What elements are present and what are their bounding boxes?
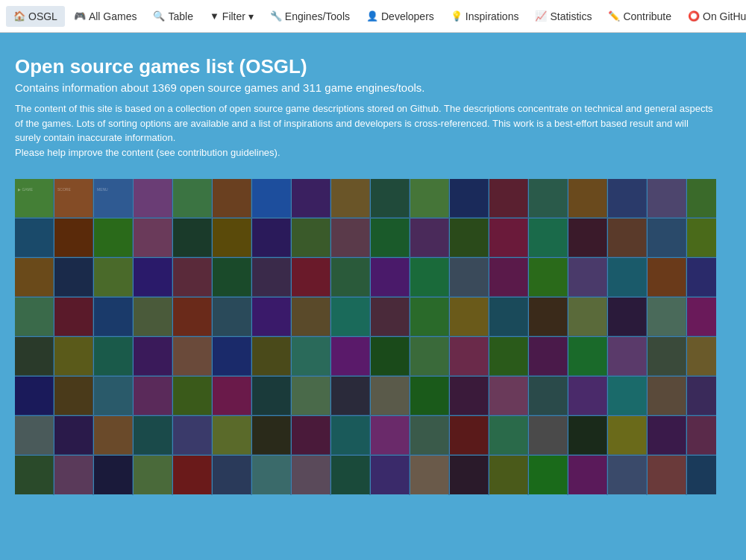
svg-rect-68 xyxy=(529,298,568,336)
svg-rect-25 xyxy=(252,218,291,257)
svg-rect-140 xyxy=(529,456,568,494)
svg-rect-119 xyxy=(410,416,449,455)
nav-developers[interactable]: 👤 Developers xyxy=(359,6,442,27)
navbar: 🏠 OSGL 🎮 All Games 🔍 Table ▼ Filter ▾ 🔧 … xyxy=(0,0,746,33)
svg-rect-84 xyxy=(450,337,489,376)
nav-statistics[interactable]: 📈 Statistics xyxy=(527,6,599,27)
svg-rect-20 xyxy=(54,218,93,257)
svg-rect-52 xyxy=(608,258,647,297)
svg-rect-153 xyxy=(568,179,607,218)
svg-rect-80 xyxy=(292,337,330,376)
nav-developers-label: Developers xyxy=(381,10,434,22)
svg-rect-47 xyxy=(410,258,449,297)
svg-rect-24 xyxy=(213,218,251,257)
svg-rect-114 xyxy=(213,416,251,455)
svg-rect-27 xyxy=(331,218,370,257)
svg-rect-103 xyxy=(489,377,528,415)
svg-rect-36 xyxy=(687,218,716,257)
svg-rect-61 xyxy=(252,298,291,336)
nav-all-games[interactable]: 🎮 All Games xyxy=(66,6,145,27)
svg-rect-145 xyxy=(15,179,54,218)
nav-table[interactable]: 🔍 Table xyxy=(145,6,200,27)
svg-rect-113 xyxy=(173,416,212,455)
svg-rect-150 xyxy=(252,179,291,218)
svg-rect-137 xyxy=(410,456,449,494)
page-subtitle: Contains information about 1369 open sou… xyxy=(15,81,731,94)
svg-rect-106 xyxy=(608,377,647,415)
nav-engines-tools[interactable]: 🔧 Engines/Tools xyxy=(263,6,357,27)
svg-rect-132 xyxy=(213,456,251,494)
description-text-1: The content of this site is based on a c… xyxy=(15,103,713,143)
svg-rect-49 xyxy=(489,258,528,297)
svg-rect-82 xyxy=(371,337,410,376)
svg-rect-66 xyxy=(450,298,489,336)
svg-rect-96 xyxy=(213,377,251,415)
svg-rect-77 xyxy=(173,337,212,376)
svg-rect-143 xyxy=(648,456,686,494)
svg-rect-99 xyxy=(331,377,370,415)
svg-rect-86 xyxy=(529,337,568,376)
svg-rect-21 xyxy=(94,218,133,257)
svg-rect-54 xyxy=(687,258,716,297)
svg-rect-31 xyxy=(489,218,528,257)
svg-rect-88 xyxy=(608,337,647,376)
svg-rect-95 xyxy=(173,377,212,415)
svg-rect-131 xyxy=(173,456,212,494)
svg-rect-69 xyxy=(568,298,607,336)
svg-rect-110 xyxy=(54,416,93,455)
svg-rect-28 xyxy=(371,218,410,257)
filter-icon: ▼ xyxy=(210,10,219,22)
svg-rect-29 xyxy=(410,218,449,257)
svg-rect-124 xyxy=(608,416,647,455)
svg-rect-142 xyxy=(608,456,647,494)
svg-text:MENU: MENU xyxy=(97,187,108,192)
nav-github[interactable]: ⭕ On GitHub xyxy=(680,6,746,27)
nav-inspirations[interactable]: 💡 Inspirations xyxy=(443,6,527,27)
svg-rect-92 xyxy=(54,377,93,415)
games-icon: 🎮 xyxy=(74,10,86,22)
svg-rect-105 xyxy=(568,377,607,415)
svg-rect-72 xyxy=(687,298,716,336)
github-icon: ⭕ xyxy=(688,10,700,22)
svg-rect-136 xyxy=(371,456,410,494)
svg-rect-50 xyxy=(529,258,568,297)
svg-rect-12 xyxy=(450,179,489,218)
nav-table-label: Table xyxy=(168,10,192,22)
svg-rect-100 xyxy=(371,377,410,415)
svg-rect-134 xyxy=(292,456,330,494)
svg-rect-16 xyxy=(608,179,647,218)
hero-description: The content of this site is based on a c… xyxy=(15,101,716,160)
nav-contribute-label: Contribute xyxy=(623,10,671,22)
svg-rect-128 xyxy=(54,456,93,494)
svg-rect-89 xyxy=(648,337,686,376)
svg-rect-87 xyxy=(568,337,607,376)
nav-filter-label: Filter ▾ xyxy=(222,10,254,22)
svg-rect-10 xyxy=(371,179,410,218)
contribute-icon: ✏️ xyxy=(608,10,620,22)
svg-rect-6 xyxy=(213,179,251,218)
svg-rect-39 xyxy=(94,258,133,297)
svg-rect-62 xyxy=(292,298,330,336)
svg-rect-111 xyxy=(94,416,133,455)
svg-rect-19 xyxy=(15,218,54,257)
svg-rect-112 xyxy=(134,416,172,455)
svg-rect-35 xyxy=(648,218,686,257)
svg-rect-108 xyxy=(687,377,716,415)
svg-rect-75 xyxy=(94,337,133,376)
nav-filter[interactable]: ▼ Filter ▾ xyxy=(202,6,261,27)
svg-rect-135 xyxy=(331,456,370,494)
svg-rect-53 xyxy=(648,258,686,297)
svg-rect-109 xyxy=(15,416,54,455)
svg-text:SCORE: SCORE xyxy=(57,187,71,192)
svg-rect-55 xyxy=(15,298,54,336)
home-icon: 🏠 xyxy=(13,10,25,22)
svg-rect-45 xyxy=(331,258,370,297)
svg-rect-148 xyxy=(134,179,172,218)
svg-rect-126 xyxy=(687,416,716,455)
nav-osgl[interactable]: 🏠 OSGL xyxy=(6,6,65,27)
svg-rect-64 xyxy=(371,298,410,336)
svg-rect-23 xyxy=(173,218,212,257)
svg-rect-97 xyxy=(252,377,291,415)
nav-contribute[interactable]: ✏️ Contribute xyxy=(601,6,679,27)
svg-rect-14 xyxy=(529,179,568,218)
